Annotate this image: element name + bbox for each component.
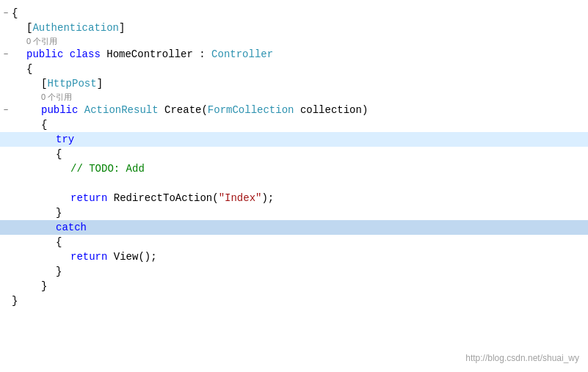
token: try (56, 134, 74, 145)
code-line: } (0, 293, 588, 308)
code-line (0, 176, 588, 191)
line-gutter: − (0, 47, 12, 62)
code-line: // TODO: Add (0, 161, 588, 176)
line-gutter: − (0, 103, 12, 117)
line-content: } (12, 293, 588, 308)
line-content: } (12, 205, 588, 220)
token: HttpPost (47, 78, 96, 90)
token: } (12, 295, 18, 307)
code-line: [Authentication] (0, 21, 588, 35)
line-content: } (12, 264, 588, 279)
token: ] (97, 78, 103, 90)
token: { (56, 148, 62, 160)
line-content: [HttpPost] (12, 76, 588, 91)
code-line: } (0, 279, 588, 293)
line-content: catch (12, 220, 588, 235)
code-line: { (0, 147, 588, 161)
token: Create( (159, 104, 208, 116)
code-line: return RedirectToAction("Index"); (0, 191, 588, 205)
ref-count: 0 个引用 (41, 92, 72, 101)
line-content: { (12, 147, 588, 161)
line-content: return View(); (12, 249, 588, 264)
code-line: } (0, 264, 588, 279)
code-line: −public class HomeController : Controlle… (0, 47, 588, 62)
line-content: return RedirectToAction("Index"); (12, 191, 588, 205)
code-editor: −{[Authentication]0 个引用−public class Hom… (0, 0, 588, 372)
token: HomeController (106, 48, 193, 60)
code-line: { (0, 117, 588, 132)
line-content: public class HomeController : Controller (12, 47, 588, 62)
code-line: catch (0, 220, 588, 235)
token: { (56, 236, 62, 248)
token: RedirectToAction( (114, 192, 219, 204)
token: View(); (114, 251, 157, 263)
token: } (41, 280, 47, 292)
line-content: try (12, 132, 588, 147)
code-line: [HttpPost] (0, 76, 588, 91)
token: FormCollection (208, 104, 294, 116)
line-content: } (12, 279, 588, 293)
token: { (12, 7, 18, 19)
token: } (56, 207, 62, 219)
token: Controller (211, 48, 273, 60)
token: Authentication (32, 22, 119, 34)
line-content: { (12, 117, 588, 132)
watermark: http://blog.csdn.net/shuai_wy (465, 353, 579, 363)
code-line: return View(); (0, 249, 588, 264)
token: collection) (294, 104, 368, 116)
code-line: 0 个引用 (0, 35, 588, 47)
token: return (70, 192, 114, 204)
line-content: { (12, 6, 588, 21)
code-line: { (0, 235, 588, 249)
token: return (70, 251, 114, 263)
line-content: [Authentication] (12, 21, 588, 35)
token: public (26, 48, 70, 60)
token: ); (261, 192, 274, 204)
code-line: −public ActionResult Create(FormCollecti… (0, 103, 588, 117)
code-line: try (0, 132, 588, 147)
collapse-icon[interactable]: − (4, 103, 9, 117)
line-content: { (12, 235, 588, 249)
token: { (41, 119, 47, 131)
code-container: −{[Authentication]0 个引用−public class Hom… (0, 0, 588, 314)
token: public (41, 104, 84, 116)
line-content: public ActionResult Create(FormCollectio… (12, 103, 588, 117)
code-line: { (0, 62, 588, 76)
line-content: 0 个引用 (12, 35, 588, 47)
collapse-icon[interactable]: − (4, 47, 9, 62)
line-content: 0 个引用 (12, 91, 588, 103)
token: { (26, 63, 32, 75)
line-content: { (12, 62, 588, 76)
token: class (70, 48, 106, 60)
line-gutter: − (0, 6, 12, 21)
line-content: // TODO: Add (12, 161, 588, 176)
token: ActionResult (84, 104, 159, 116)
token: // TODO: Add (70, 163, 145, 175)
token: : (193, 48, 211, 60)
token: } (56, 266, 62, 277)
code-line: 0 个引用 (0, 91, 588, 103)
token: ] (119, 22, 125, 34)
collapse-icon[interactable]: − (4, 6, 9, 21)
code-line: −{ (0, 6, 588, 21)
token: "Index" (219, 192, 262, 204)
token: catch (56, 222, 87, 233)
code-line: } (0, 205, 588, 220)
ref-count: 0 个引用 (26, 37, 57, 45)
